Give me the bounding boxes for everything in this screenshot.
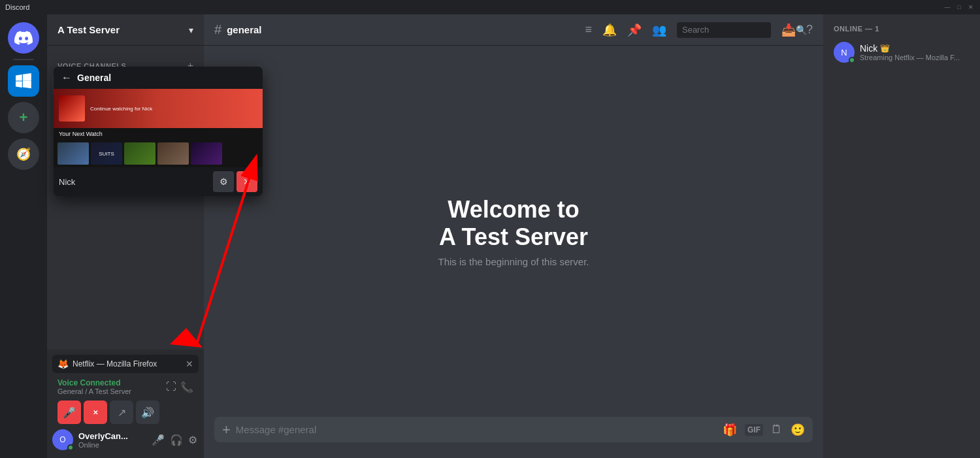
title-bar: Discord — □ ✕: [0, 0, 980, 14]
nick-online-dot: [849, 57, 855, 63]
user-status-dot: [67, 444, 74, 451]
search-input[interactable]: [682, 25, 792, 35]
popup-back-button[interactable]: ←: [61, 72, 72, 84]
hero-text: Continue watching for Nick: [90, 106, 152, 112]
close-button[interactable]: ✕: [967, 3, 975, 11]
poster-1: [57, 142, 89, 165]
voice-server-path: General / A Test Server: [57, 387, 131, 395]
nick-member-avatar: N: [834, 42, 855, 63]
member-nick[interactable]: N Nick 👑 Streaming Netflix — Mozilla F..…: [828, 38, 975, 67]
row-label: Your Next Watch: [54, 128, 263, 140]
channel-header-name: general: [227, 24, 261, 35]
popup-close-button[interactable]: ✕: [237, 171, 257, 192]
popup-title-label: General: [77, 73, 111, 83]
user-area: 🦊 Netflix — Mozilla Firefox ✕ Voice Conn…: [47, 350, 204, 458]
window-controls: — □ ✕: [943, 3, 975, 11]
mute-toggle-button[interactable]: 🎤: [57, 401, 81, 424]
streaming-bar: 🦊 Netflix — Mozilla Firefox ✕: [52, 355, 199, 373]
server-icon-discord[interactable]: [8, 22, 39, 54]
bottom-voice-controls: 🎤 ✕ ↗ 🔊: [52, 398, 199, 427]
current-user-info: O OverlyCan... Online: [52, 429, 148, 450]
server-icon-explore[interactable]: 🧭: [8, 139, 39, 170]
search-icon: 🔍: [796, 25, 807, 35]
gift-button[interactable]: 🎁: [723, 423, 737, 437]
netflix-preview: Continue watching for Nick Your Next Wat…: [54, 89, 263, 167]
current-user-name: OverlyCan...: [78, 431, 128, 441]
live-toggle-button[interactable]: ✕: [84, 401, 107, 424]
voice-status-info: Voice Connected General / A Test Server: [57, 378, 131, 395]
search-box[interactable]: 🔍: [677, 22, 771, 38]
sticker-button[interactable]: 🗒: [771, 423, 783, 436]
popup-header: ← General: [54, 67, 263, 89]
welcome-title: Welcome to A Test Server: [439, 196, 588, 251]
emoji-button[interactable]: 🙂: [791, 423, 805, 437]
channel-header: # general ≡ 🔔 📌 👥 🔍 📥 ?: [204, 14, 823, 46]
message-actions: 🎁 GIF 🗒 🙂: [723, 423, 805, 437]
gif-button[interactable]: GIF: [745, 424, 763, 436]
share-screen-small-button[interactable]: ↗: [110, 401, 133, 424]
popup-controls-row: Nick ⚙ ✕: [54, 167, 263, 196]
streaming-title: Netflix — Mozilla Firefox: [73, 359, 182, 368]
pin-button[interactable]: 📌: [627, 23, 642, 37]
message-input-wrap: + 🎁 GIF 🗒 🙂: [214, 417, 813, 442]
streaming-info: Netflix — Mozilla Firefox: [73, 359, 182, 368]
poster-3: [124, 142, 155, 165]
nick-activity: Streaming Netflix — Mozilla F...: [860, 54, 960, 61]
user-deafen-button[interactable]: 🎧: [169, 433, 184, 448]
disconnect-button[interactable]: 📞: [180, 381, 193, 393]
stream-popup: ← General Continue watching for Nick You…: [54, 67, 263, 196]
right-sidebar: ONLINE — 1 N Nick 👑 Streaming Netflix — …: [823, 14, 980, 458]
poster-5: [191, 142, 222, 165]
help-button[interactable]: ?: [806, 23, 813, 37]
poster-suits: SUITS: [91, 142, 122, 165]
server-header[interactable]: A Test Server ▾: [47, 14, 204, 46]
user-settings-button[interactable]: ⚙: [187, 433, 199, 448]
title-bar-label: Discord: [5, 3, 29, 11]
threads-button[interactable]: ≡: [585, 23, 592, 37]
current-user-status: Online: [78, 441, 128, 449]
online-header: ONLINE — 1: [828, 25, 975, 33]
header-actions: ≡ 🔔 📌 👥 🔍 📥 ?: [585, 22, 813, 38]
poster-row: SUITS: [54, 140, 263, 167]
server-divider: [13, 59, 34, 60]
members-button[interactable]: 👥: [652, 23, 666, 37]
user-controls: O OverlyCan... Online 🎤 🎧 ⚙: [52, 427, 199, 453]
text-channel-icon: #: [214, 22, 221, 37]
hero-poster: [59, 95, 85, 122]
firefox-icon: 🦊: [57, 359, 69, 369]
welcome-subtitle: This is the beginning of this server.: [438, 256, 589, 267]
poster-4: [157, 142, 189, 165]
server-icon-windows[interactable]: [8, 65, 39, 97]
maximize-button[interactable]: □: [955, 3, 963, 11]
voice-status-bar: Voice Connected General / A Test Server …: [52, 376, 199, 398]
current-user-name-area: OverlyCan... Online: [78, 431, 128, 449]
server-list: + 🧭: [0, 14, 47, 458]
minimize-button[interactable]: —: [943, 3, 951, 11]
inbox-button[interactable]: 📥: [781, 23, 796, 37]
voice-connected-label: Voice Connected: [57, 378, 131, 387]
message-add-button[interactable]: +: [222, 421, 231, 438]
popup-action-buttons: ⚙ ✕: [213, 171, 257, 192]
main-content: # general ≡ 🔔 📌 👥 🔍 📥 ? Welcome to A Tes…: [204, 14, 823, 458]
voice-control-buttons: ⛶ 📞: [166, 381, 193, 393]
nick-member-name: Nick 👑: [860, 43, 960, 54]
message-input[interactable]: [236, 417, 717, 442]
server-icon-add[interactable]: +: [8, 102, 39, 133]
netflix-hero: Continue watching for Nick: [54, 89, 263, 128]
server-name: A Test Server: [57, 24, 120, 35]
screen-share-button[interactable]: ⛶: [166, 381, 176, 393]
popup-settings-button[interactable]: ⚙: [213, 171, 234, 192]
message-bar: + 🎁 GIF 🗒 🙂: [204, 417, 823, 458]
current-user-avatar: O: [52, 429, 73, 450]
crown-icon: 👑: [880, 44, 890, 53]
welcome-area: Welcome to A Test Server This is the beg…: [204, 46, 823, 417]
sound-toggle-button[interactable]: 🔊: [136, 401, 159, 424]
user-mute-button[interactable]: 🎤: [150, 433, 166, 448]
nick-member-info: Nick 👑 Streaming Netflix — Mozilla F...: [860, 43, 960, 61]
notifications-button[interactable]: 🔔: [602, 23, 617, 37]
streaming-close-button[interactable]: ✕: [186, 359, 193, 369]
popup-user-name: Nick: [59, 177, 75, 187]
server-dropdown-icon: ▾: [189, 25, 193, 35]
